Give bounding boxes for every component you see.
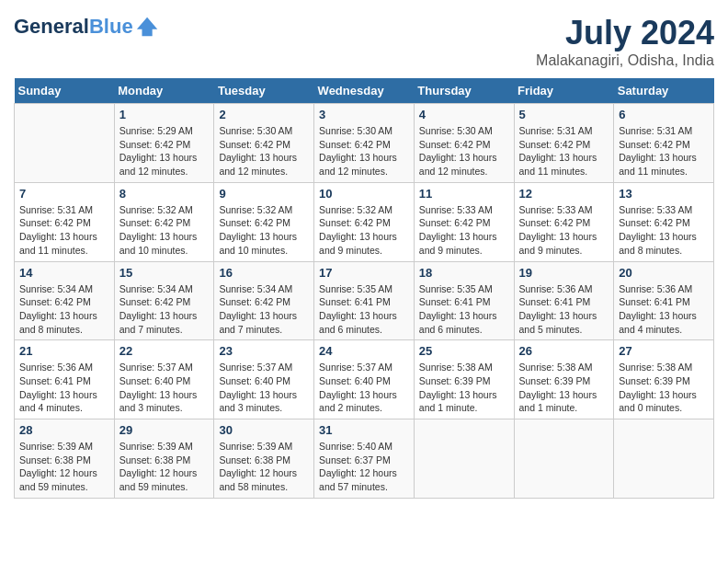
calendar-cell: 4Sunrise: 5:30 AMSunset: 6:42 PMDaylight… bbox=[414, 104, 514, 183]
day-info: Sunrise: 5:35 AMSunset: 6:41 PMDaylight:… bbox=[319, 282, 409, 337]
week-row-5: 28Sunrise: 5:39 AMSunset: 6:38 PMDayligh… bbox=[15, 419, 714, 499]
day-number: 16 bbox=[219, 266, 309, 280]
day-info: Sunrise: 5:32 AMSunset: 6:42 PMDaylight:… bbox=[319, 203, 409, 258]
day-number: 14 bbox=[19, 266, 109, 280]
day-number: 29 bbox=[119, 423, 210, 437]
day-info: Sunrise: 5:36 AMSunset: 6:41 PMDaylight:… bbox=[619, 282, 709, 337]
day-info: Sunrise: 5:30 AMSunset: 6:42 PMDaylight:… bbox=[219, 124, 309, 178]
day-info: Sunrise: 5:30 AMSunset: 6:42 PMDaylight:… bbox=[319, 124, 409, 178]
calendar-cell bbox=[614, 419, 714, 499]
day-number: 22 bbox=[119, 344, 210, 358]
day-number: 27 bbox=[619, 344, 709, 358]
day-info: Sunrise: 5:35 AMSunset: 6:41 PMDaylight:… bbox=[419, 282, 509, 337]
day-info: Sunrise: 5:36 AMSunset: 6:41 PMDaylight:… bbox=[519, 282, 609, 337]
calendar-cell bbox=[15, 104, 115, 183]
week-row-4: 21Sunrise: 5:36 AMSunset: 6:41 PMDayligh… bbox=[15, 340, 714, 419]
logo-icon bbox=[135, 14, 161, 40]
calendar-cell: 2Sunrise: 5:30 AMSunset: 6:42 PMDaylight… bbox=[214, 104, 314, 183]
weekday-header-friday: Friday bbox=[514, 78, 614, 104]
calendar-cell bbox=[414, 419, 514, 499]
calendar-cell: 18Sunrise: 5:35 AMSunset: 6:41 PMDayligh… bbox=[414, 261, 514, 340]
calendar-cell: 28Sunrise: 5:39 AMSunset: 6:38 PMDayligh… bbox=[15, 419, 115, 499]
calendar-cell: 19Sunrise: 5:36 AMSunset: 6:41 PMDayligh… bbox=[514, 261, 614, 340]
day-info: Sunrise: 5:39 AMSunset: 6:38 PMDaylight:… bbox=[19, 440, 109, 494]
day-number: 26 bbox=[519, 344, 609, 358]
weekday-header-sunday: Sunday bbox=[15, 78, 115, 104]
calendar-cell: 29Sunrise: 5:39 AMSunset: 6:38 PMDayligh… bbox=[114, 419, 214, 499]
calendar-cell: 7Sunrise: 5:31 AMSunset: 6:42 PMDaylight… bbox=[15, 182, 115, 261]
title-block: July 2024 Malakanagiri, Odisha, India bbox=[536, 14, 714, 69]
week-row-3: 14Sunrise: 5:34 AMSunset: 6:42 PMDayligh… bbox=[15, 261, 714, 340]
weekday-header-thursday: Thursday bbox=[414, 78, 514, 104]
calendar-table: SundayMondayTuesdayWednesdayThursdayFrid… bbox=[14, 78, 714, 499]
day-info: Sunrise: 5:32 AMSunset: 6:42 PMDaylight:… bbox=[119, 203, 210, 258]
day-info: Sunrise: 5:37 AMSunset: 6:40 PMDaylight:… bbox=[219, 361, 309, 415]
day-number: 30 bbox=[219, 423, 309, 437]
page-header: GeneralBlue July 2024 Malakanagiri, Odis… bbox=[14, 14, 714, 69]
calendar-cell: 5Sunrise: 5:31 AMSunset: 6:42 PMDaylight… bbox=[514, 104, 614, 183]
day-number: 8 bbox=[119, 187, 210, 201]
day-info: Sunrise: 5:31 AMSunset: 6:42 PMDaylight:… bbox=[519, 124, 609, 178]
calendar-cell: 17Sunrise: 5:35 AMSunset: 6:41 PMDayligh… bbox=[314, 261, 415, 340]
day-info: Sunrise: 5:40 AMSunset: 6:37 PMDaylight:… bbox=[319, 440, 409, 494]
day-info: Sunrise: 5:37 AMSunset: 6:40 PMDaylight:… bbox=[119, 361, 210, 415]
day-info: Sunrise: 5:31 AMSunset: 6:42 PMDaylight:… bbox=[19, 203, 109, 258]
day-number: 15 bbox=[119, 266, 210, 280]
calendar-cell: 23Sunrise: 5:37 AMSunset: 6:40 PMDayligh… bbox=[214, 340, 314, 419]
day-number: 20 bbox=[619, 266, 709, 280]
day-number: 5 bbox=[519, 108, 609, 121]
calendar-cell: 31Sunrise: 5:40 AMSunset: 6:37 PMDayligh… bbox=[314, 419, 415, 499]
calendar-cell: 9Sunrise: 5:32 AMSunset: 6:42 PMDaylight… bbox=[214, 182, 314, 261]
day-info: Sunrise: 5:37 AMSunset: 6:40 PMDaylight:… bbox=[319, 361, 409, 415]
calendar-cell: 10Sunrise: 5:32 AMSunset: 6:42 PMDayligh… bbox=[314, 182, 415, 261]
calendar-cell: 3Sunrise: 5:30 AMSunset: 6:42 PMDaylight… bbox=[314, 104, 415, 183]
weekday-header-row: SundayMondayTuesdayWednesdayThursdayFrid… bbox=[15, 78, 714, 104]
calendar-cell: 25Sunrise: 5:38 AMSunset: 6:39 PMDayligh… bbox=[414, 340, 514, 419]
day-number: 18 bbox=[419, 266, 509, 280]
weekday-header-monday: Monday bbox=[114, 78, 214, 104]
calendar-cell: 27Sunrise: 5:38 AMSunset: 6:39 PMDayligh… bbox=[614, 340, 714, 419]
calendar-cell: 16Sunrise: 5:34 AMSunset: 6:42 PMDayligh… bbox=[214, 261, 314, 340]
calendar-body: 1Sunrise: 5:29 AMSunset: 6:42 PMDaylight… bbox=[15, 104, 714, 499]
day-info: Sunrise: 5:34 AMSunset: 6:42 PMDaylight:… bbox=[219, 282, 309, 337]
logo-text: GeneralBlue bbox=[14, 16, 133, 38]
day-number: 24 bbox=[319, 344, 409, 358]
calendar-cell: 13Sunrise: 5:33 AMSunset: 6:42 PMDayligh… bbox=[614, 182, 714, 261]
calendar-cell: 6Sunrise: 5:31 AMSunset: 6:42 PMDaylight… bbox=[614, 104, 714, 183]
day-number: 4 bbox=[419, 108, 509, 121]
day-number: 9 bbox=[219, 187, 309, 201]
calendar-cell: 12Sunrise: 5:33 AMSunset: 6:42 PMDayligh… bbox=[514, 182, 614, 261]
day-number: 21 bbox=[19, 344, 109, 358]
location: Malakanagiri, Odisha, India bbox=[536, 52, 714, 69]
day-info: Sunrise: 5:33 AMSunset: 6:42 PMDaylight:… bbox=[619, 203, 709, 258]
day-number: 31 bbox=[319, 423, 409, 437]
day-number: 1 bbox=[119, 108, 210, 121]
calendar-cell: 26Sunrise: 5:38 AMSunset: 6:39 PMDayligh… bbox=[514, 340, 614, 419]
day-info: Sunrise: 5:29 AMSunset: 6:42 PMDaylight:… bbox=[119, 124, 210, 178]
day-info: Sunrise: 5:39 AMSunset: 6:38 PMDaylight:… bbox=[119, 440, 210, 494]
day-number: 7 bbox=[19, 187, 109, 201]
day-info: Sunrise: 5:38 AMSunset: 6:39 PMDaylight:… bbox=[419, 361, 509, 415]
logo: GeneralBlue bbox=[14, 14, 161, 40]
day-info: Sunrise: 5:39 AMSunset: 6:38 PMDaylight:… bbox=[219, 440, 309, 494]
weekday-header-tuesday: Tuesday bbox=[214, 78, 314, 104]
calendar-cell: 11Sunrise: 5:33 AMSunset: 6:42 PMDayligh… bbox=[414, 182, 514, 261]
day-number: 12 bbox=[519, 187, 609, 201]
calendar-cell: 8Sunrise: 5:32 AMSunset: 6:42 PMDaylight… bbox=[114, 182, 214, 261]
day-number: 2 bbox=[219, 108, 309, 121]
day-info: Sunrise: 5:38 AMSunset: 6:39 PMDaylight:… bbox=[619, 361, 709, 415]
day-number: 10 bbox=[319, 187, 409, 201]
day-number: 13 bbox=[619, 187, 709, 201]
day-number: 6 bbox=[619, 108, 709, 121]
day-number: 23 bbox=[219, 344, 309, 358]
calendar-cell: 21Sunrise: 5:36 AMSunset: 6:41 PMDayligh… bbox=[15, 340, 115, 419]
day-info: Sunrise: 5:36 AMSunset: 6:41 PMDaylight:… bbox=[19, 361, 109, 415]
day-info: Sunrise: 5:34 AMSunset: 6:42 PMDaylight:… bbox=[119, 282, 210, 337]
weekday-header-wednesday: Wednesday bbox=[314, 78, 415, 104]
svg-marker-0 bbox=[136, 17, 156, 37]
calendar-cell: 22Sunrise: 5:37 AMSunset: 6:40 PMDayligh… bbox=[114, 340, 214, 419]
calendar-cell: 30Sunrise: 5:39 AMSunset: 6:38 PMDayligh… bbox=[214, 419, 314, 499]
month-year: July 2024 bbox=[536, 14, 714, 52]
week-row-1: 1Sunrise: 5:29 AMSunset: 6:42 PMDaylight… bbox=[15, 104, 714, 183]
day-info: Sunrise: 5:33 AMSunset: 6:42 PMDaylight:… bbox=[519, 203, 609, 258]
